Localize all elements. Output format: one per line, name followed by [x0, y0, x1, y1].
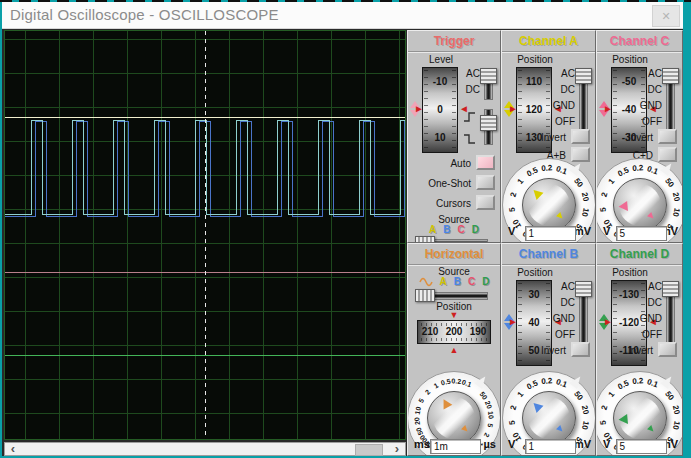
dial-scale-label: 0.1 [554, 377, 568, 389]
trigger-cursors-button[interactable] [476, 195, 495, 210]
channel-d-coupling-slider-handle[interactable] [662, 281, 679, 297]
trigger-wheel-value: 10 [434, 133, 445, 143]
horizontal-scale-dial: 2001005020105210.50.20.15020105210.5msµs… [408, 371, 500, 456]
channel-a-wheel-arrow-left[interactable]: ► [508, 104, 518, 114]
horizontal-unit-left: ms [414, 438, 430, 450]
channel-b-coupling-slider-handle[interactable] [575, 281, 592, 297]
channel-a-coupling-slider-handle[interactable] [575, 68, 592, 84]
dial-notch [660, 160, 675, 176]
channel-c-wheel-arrow-left[interactable]: ► [603, 104, 613, 114]
channel-c-unit-left: V [603, 225, 610, 237]
channel-a-wheel-value: 110 [526, 77, 542, 87]
dial-scale-label: 0.2 [540, 163, 552, 173]
dial-scale-label: 2 [508, 404, 518, 411]
scroll-right-button[interactable]: › [389, 443, 405, 455]
channel-b-wheel-arrow-left[interactable]: ► [508, 317, 518, 327]
falling-edge-icon [463, 131, 476, 143]
trigger-wheel-arrow-left[interactable]: ► [414, 104, 424, 114]
channel-c-coupling-slider-handle[interactable] [662, 68, 679, 84]
horizontal-panel: HorizontalSourceABCDPosition▼210200190▲2… [407, 243, 501, 456]
trigger-level-label: Level [420, 54, 462, 65]
channel-b-invert-label: Invert [510, 345, 566, 356]
horizontal-scrollbar[interactable]: ‹ › [4, 442, 406, 456]
control-panels: TriggerLevel-10010►◄ACDCAutoOne-ShotCurs… [407, 30, 683, 456]
dial-scale-label: 1 [606, 390, 616, 399]
dial-scale-label: 50 [572, 389, 585, 402]
channel-a-coupling-dc: DC [545, 84, 575, 95]
trigger-one-shot-button[interactable] [476, 175, 495, 190]
channel-c-invert-button[interactable] [658, 129, 677, 144]
channel-b-wheel-value: 40 [528, 318, 539, 328]
rising-edge-icon [463, 109, 476, 121]
dial-scale-label: 50 [663, 389, 676, 402]
dial-scale-label: 2 [599, 191, 609, 198]
channel-c-coupling-gnd: GND [632, 100, 662, 111]
horizontal-scale-value[interactable]: 1m [430, 439, 481, 454]
dial-scale-label: 5 [486, 423, 494, 428]
trigger-edge-slider-handle[interactable] [480, 115, 497, 131]
source-channel-c: C [458, 225, 465, 235]
title-bar: Digital Oscilloscope - OSCILLOSCOPE ✕ [2, 2, 683, 29]
horizontal-wheel-value: 190 [470, 327, 487, 337]
channel-d-title: Channel D [597, 244, 682, 265]
dial-scale-label: 0.5 [525, 165, 539, 178]
dial-scale-label: 5 [598, 420, 607, 426]
dial-scale-label: 0.1 [461, 378, 473, 388]
dial-scale-label: 5 [598, 207, 607, 213]
channel-a-invert-button[interactable] [571, 129, 590, 144]
channel-b-coupling-off: OFF [545, 329, 575, 340]
channel-b-panel: Channel BPosition304050►◄ACDCGNDOFFInver… [501, 243, 596, 456]
close-button[interactable]: ✕ [652, 5, 680, 27]
channel-d-knob-marker [618, 414, 628, 425]
horizontal-knob[interactable] [427, 391, 481, 445]
dial-scale-label: 0.5 [525, 378, 539, 391]
channel-a-coupling-ac: AC [545, 68, 575, 79]
trigger-source-slider-handle[interactable] [415, 236, 435, 243]
trigger-auto-button[interactable] [476, 155, 495, 170]
dial-scale-label: 50 [478, 391, 488, 401]
channel-d-unit-left: V [603, 438, 610, 450]
channel-d-invert-label: Invert [597, 345, 653, 356]
source-channel-c: C [468, 277, 475, 287]
source-channel-a: A [429, 225, 436, 235]
channel-d-coupling-dc: DC [632, 297, 662, 308]
channel-b-unit-left: V [508, 438, 515, 450]
channel-b-scale-dial: 20105210.50.20.150201052VmV1 [502, 371, 595, 456]
source-channel-a: A [440, 277, 447, 287]
channel-a-scale-value[interactable]: 1 [525, 226, 576, 241]
dial-scale-label: 20 [579, 404, 590, 415]
horizontal-position-wheel[interactable]: 210200190 [417, 320, 491, 344]
channel-d-scale-value[interactable]: 5 [616, 439, 667, 454]
channel-b-coupling-dc: DC [545, 297, 575, 308]
channel-d-wheel-arrow-left[interactable]: ► [603, 317, 613, 327]
dial-scale-label: 0.1 [645, 164, 659, 176]
channel-a-position-label: Position [514, 54, 556, 65]
channel-c-scale-value[interactable]: 5 [616, 226, 667, 241]
horizontal-unit-right: µs [484, 438, 496, 450]
scroll-left-button[interactable]: ‹ [5, 443, 21, 455]
dial-scale-label: 0.2 [540, 376, 552, 386]
trigger-one-shot-label: One-Shot [415, 178, 471, 189]
channel-d-invert-button[interactable] [658, 342, 677, 357]
channel-b-invert-button[interactable] [571, 342, 590, 357]
horizontal-source-channels: ABCD [408, 277, 500, 287]
channel-d-coupling-gnd: GND [632, 313, 662, 324]
position-arrow-down: ▼ [408, 311, 500, 319]
channel-a-wheel-value: 120 [526, 105, 543, 115]
channel-b-scale-value[interactable]: 1 [525, 439, 576, 454]
dial-scale-label: 20 [670, 191, 681, 202]
source-channel-d: D [472, 225, 479, 235]
channel-a-knob[interactable] [522, 178, 576, 232]
trigger-coupling-slider-handle[interactable] [480, 68, 497, 84]
dial-scale-label: 1 [515, 177, 525, 186]
channel-c-coupling-off: OFF [632, 116, 662, 127]
dial-scale-label: 10 [579, 207, 590, 218]
dial-scale-label: 0.2 [631, 376, 643, 386]
trigger-level-wheel[interactable]: -10010 [422, 67, 458, 153]
channel-c-scale-dial: 20105210.50.20.150201052VmV5 [597, 158, 682, 243]
dial-notch [569, 373, 584, 389]
channel-b-knob[interactable] [522, 391, 576, 445]
channel-a-panel: Channel APosition110120130►◄ACDCGNDOFFIn… [501, 30, 596, 243]
oscilloscope-window: Digital Oscilloscope - OSCILLOSCOPE ✕ ‹ … [2, 2, 683, 456]
scroll-thumb[interactable] [355, 444, 383, 456]
